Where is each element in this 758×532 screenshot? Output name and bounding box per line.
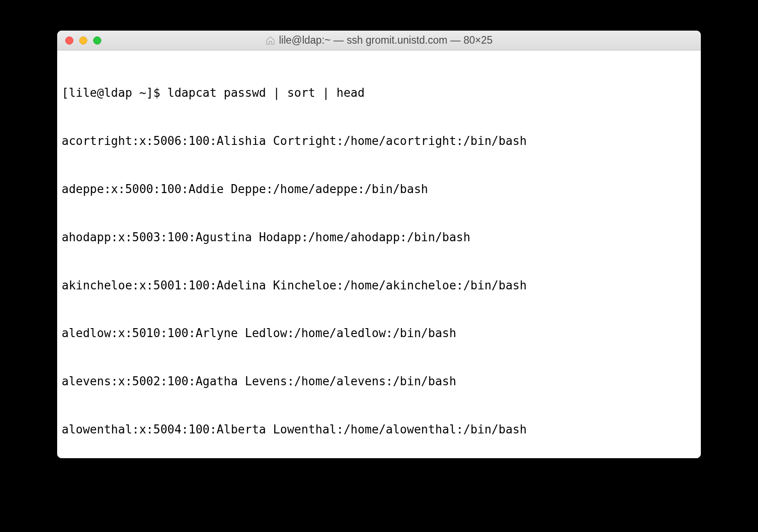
terminal-line: alowenthal:x:5004:100:Alberta Lowenthal:… xyxy=(62,422,696,438)
window-title-text: lile@ldap:~ — ssh gromit.unistd.com — 80… xyxy=(279,34,493,46)
home-icon xyxy=(266,36,275,45)
terminal-line: alevens:x:5002:100:Agatha Levens:/home/a… xyxy=(62,374,696,390)
terminal-line: adeppe:x:5000:100:Addie Deppe:/home/adep… xyxy=(62,181,696,198)
minimize-button[interactable] xyxy=(79,36,87,45)
close-button[interactable] xyxy=(65,36,73,45)
traffic-lights xyxy=(57,36,101,45)
terminal-body[interactable]: [lile@ldap ~]$ ldapcat passwd | sort | h… xyxy=(57,50,701,458)
terminal-line: akincheloe:x:5001:100:Adelina Kincheloe:… xyxy=(62,278,696,294)
terminal-line: [lile@ldap ~]$ ldapcat passwd | sort | h… xyxy=(62,85,696,101)
maximize-button[interactable] xyxy=(93,36,101,45)
window-title: lile@ldap:~ — ssh gromit.unistd.com — 80… xyxy=(266,34,493,46)
terminal-window: lile@ldap:~ — ssh gromit.unistd.com — 80… xyxy=(57,31,701,458)
terminal-line: ahodapp:x:5003:100:Agustina Hodapp:/home… xyxy=(62,230,696,246)
title-bar: lile@ldap:~ — ssh gromit.unistd.com — 80… xyxy=(57,31,701,50)
terminal-line: aledlow:x:5010:100:Arlyne Ledlow:/home/a… xyxy=(62,325,696,342)
terminal-line: acortright:x:5006:100:Alishia Cortright:… xyxy=(62,133,696,149)
